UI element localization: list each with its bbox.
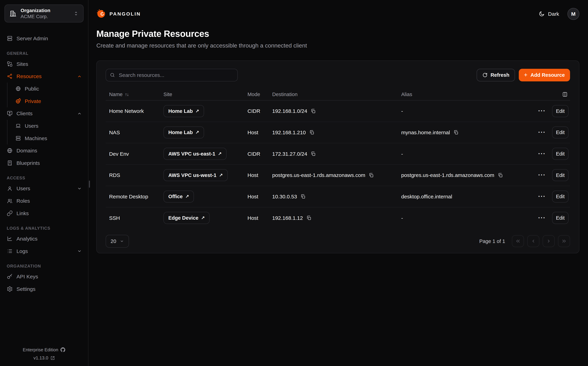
arrow-up-right-icon: ↗ bbox=[201, 216, 205, 220]
resources-icon bbox=[7, 73, 13, 79]
sidebar-item-machines[interactable]: Machines bbox=[7, 132, 88, 145]
plus-icon: + bbox=[524, 72, 527, 78]
globe-icon bbox=[7, 148, 13, 154]
resources-sub-list: Public Private bbox=[7, 83, 88, 107]
copy-icon[interactable] bbox=[453, 130, 458, 135]
external-link-icon[interactable] bbox=[51, 356, 55, 360]
resource-alias: postgres.us-east-1.rds.amazonaws.com bbox=[401, 172, 494, 178]
sidebar-item-client-users[interactable]: Users bbox=[7, 120, 88, 132]
copy-icon[interactable] bbox=[306, 215, 311, 221]
receipt-icon bbox=[7, 160, 13, 166]
sidebar-item-private[interactable]: Private bbox=[7, 95, 88, 107]
last-page-button[interactable] bbox=[558, 235, 570, 247]
sidebar-item-links[interactable]: Links bbox=[0, 207, 88, 220]
edit-button[interactable]: Edit bbox=[552, 169, 569, 181]
refresh-button[interactable]: Refresh bbox=[477, 69, 515, 82]
version-label[interactable]: v1.13.0 bbox=[34, 354, 48, 362]
row-menu-button[interactable]: ··· bbox=[537, 129, 547, 137]
refresh-icon bbox=[482, 72, 487, 78]
site-link[interactable]: AWS VPC us-east-1↗ bbox=[163, 148, 227, 160]
resource-destination: 192.168.1.12 bbox=[272, 215, 303, 221]
search-box bbox=[106, 69, 238, 82]
sidebar-item-users[interactable]: Users bbox=[0, 182, 88, 195]
page-head: Manage Private Resources Create and mana… bbox=[96, 29, 579, 49]
sidebar-item-server-admin[interactable]: Server Admin bbox=[0, 32, 88, 45]
chart-line-icon bbox=[7, 236, 13, 242]
row-menu-button[interactable]: ··· bbox=[537, 214, 547, 222]
next-page-button[interactable] bbox=[543, 235, 555, 247]
page-title: Manage Private Resources bbox=[96, 29, 579, 39]
sidebar-item-label: Private bbox=[25, 98, 41, 104]
resource-alias: mynas.home.internal bbox=[401, 130, 450, 136]
resource-name: Home Network bbox=[109, 108, 163, 114]
github-icon[interactable] bbox=[60, 347, 65, 352]
edit-label: Edit bbox=[556, 108, 565, 114]
main-content: PANGOLIN Dark M Manage Private Resources… bbox=[88, 0, 588, 366]
sidebar-item-label: Blueprints bbox=[17, 160, 40, 166]
sidebar-item-logs[interactable]: Logs bbox=[0, 245, 88, 258]
copy-icon[interactable] bbox=[309, 130, 314, 135]
site-link[interactable]: Home Lab↗ bbox=[163, 127, 204, 139]
table-header: Name ↑↓ Site Mode Destination Alias bbox=[106, 89, 570, 100]
columns-icon[interactable] bbox=[562, 92, 568, 97]
sidebar-item-blueprints[interactable]: Blueprints bbox=[0, 157, 88, 169]
row-menu-button[interactable]: ··· bbox=[537, 171, 547, 179]
clients-sub-list: Users Machines bbox=[7, 120, 88, 145]
site-link[interactable]: Edge Device↗ bbox=[163, 212, 210, 224]
row-menu-button[interactable]: ··· bbox=[537, 107, 547, 115]
copy-icon[interactable] bbox=[311, 151, 316, 156]
copy-icon[interactable] bbox=[311, 108, 316, 114]
org-switcher[interactable]: Organization ACME Corp. bbox=[5, 5, 84, 23]
copy-icon[interactable] bbox=[300, 194, 306, 199]
resource-mode: Host bbox=[247, 130, 272, 136]
sidebar-item-api-keys[interactable]: API Keys bbox=[0, 270, 88, 283]
section-label-general: GENERAL bbox=[0, 51, 88, 56]
resources-card: Refresh + Add Resource Name ↑↓ Site Mode bbox=[96, 61, 579, 253]
sort-icon[interactable]: ↑↓ bbox=[125, 92, 129, 97]
sidebar-item-roles[interactable]: Roles bbox=[0, 195, 88, 207]
copy-icon[interactable] bbox=[368, 173, 374, 178]
edit-label: Edit bbox=[556, 215, 565, 221]
first-page-button[interactable] bbox=[512, 235, 524, 247]
sidebar-item-domains[interactable]: Domains bbox=[0, 145, 88, 157]
brand[interactable]: PANGOLIN bbox=[96, 9, 141, 19]
sidebar-item-settings[interactable]: Settings bbox=[0, 283, 88, 295]
edition-label: Enterprise Edition bbox=[23, 346, 58, 354]
col-header-site: Site bbox=[163, 92, 172, 97]
site-link[interactable]: Office↗ bbox=[163, 191, 194, 203]
edit-button[interactable]: Edit bbox=[552, 212, 569, 224]
sidebar-item-label: Machines bbox=[25, 135, 47, 141]
edit-button[interactable]: Edit bbox=[552, 148, 569, 160]
resource-alias: desktop.office.internal bbox=[401, 194, 452, 200]
theme-toggle[interactable]: Dark bbox=[539, 11, 559, 17]
edit-button[interactable]: Edit bbox=[552, 191, 569, 203]
row-menu-button[interactable]: ··· bbox=[537, 193, 547, 201]
edit-button[interactable]: Edit bbox=[552, 105, 569, 117]
previous-page-button[interactable] bbox=[527, 235, 539, 247]
edit-label: Edit bbox=[556, 172, 565, 178]
refresh-label: Refresh bbox=[491, 72, 509, 78]
section-label-logs-analytics: LOGS & ANALYTICS bbox=[0, 226, 88, 231]
sidebar-item-sites[interactable]: Sites bbox=[0, 58, 88, 70]
resource-name: Remote Desktop bbox=[109, 194, 163, 200]
sidebar-item-label: Settings bbox=[17, 286, 36, 292]
copy-icon[interactable] bbox=[498, 173, 503, 178]
arrow-up-right-icon: ↗ bbox=[195, 109, 199, 113]
site-link[interactable]: AWS VPC us-west-1↗ bbox=[163, 169, 228, 181]
sidebar-item-clients[interactable]: Clients bbox=[0, 107, 88, 120]
edit-button[interactable]: Edit bbox=[552, 127, 569, 139]
resource-alias: - bbox=[401, 108, 403, 114]
site-link[interactable]: Home Lab↗ bbox=[163, 105, 204, 117]
list-icon bbox=[7, 248, 13, 254]
page-subtitle: Create and manage resources that are onl… bbox=[96, 42, 579, 49]
add-resource-button[interactable]: + Add Resource bbox=[519, 69, 570, 82]
sidebar-item-label: Links bbox=[17, 210, 29, 216]
sidebar-item-analytics[interactable]: Analytics bbox=[0, 233, 88, 245]
sidebar-item-label: Logs bbox=[17, 248, 28, 254]
avatar[interactable]: M bbox=[567, 8, 580, 20]
sidebar-item-public[interactable]: Public bbox=[7, 83, 88, 95]
sidebar-item-resources[interactable]: Resources bbox=[0, 70, 88, 83]
search-input[interactable] bbox=[106, 69, 238, 82]
row-menu-button[interactable]: ··· bbox=[537, 150, 547, 158]
page-size-select[interactable]: 20 bbox=[106, 235, 129, 248]
